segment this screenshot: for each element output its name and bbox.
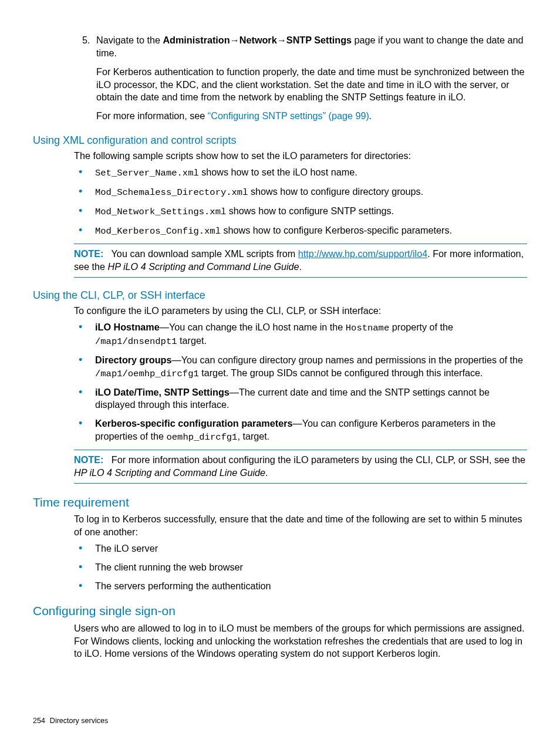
list-item: Set_Server_Name.xml shows how to set the…: [95, 166, 527, 180]
code: oemhp_dircfg1: [166, 432, 237, 443]
code: Mod_Schemaless_Directory.xml: [95, 187, 248, 198]
heading-xml-scripts: Using XML configuration and control scri…: [33, 133, 527, 147]
heading-time-requirement: Time requirement: [33, 494, 527, 511]
term: Directory groups: [95, 355, 171, 365]
list-item: Kerberos-specific configuration paramete…: [95, 417, 527, 444]
page-number: 254: [33, 717, 45, 725]
term: iLO Hostname: [95, 322, 160, 332]
text: —You can configure directory group names…: [171, 355, 523, 365]
xref-sntp[interactable]: “Configuring SNTP settings” (page 99): [208, 110, 369, 121]
code: Mod_Kerberos_Config.xml: [95, 226, 221, 237]
text: target. The group SIDs cannot be configu…: [199, 367, 483, 378]
code: /map1/dnsendpt1: [95, 336, 177, 347]
list-item: Mod_Network_Settings.xml shows how to co…: [95, 205, 527, 218]
note-cli: NOTE: For more information about configu…: [74, 450, 527, 484]
list-item: Directory groups—You can configure direc…: [95, 354, 527, 380]
step5-line1: Navigate to the Administration→Network→S…: [96, 34, 527, 60]
text: Navigate to the: [96, 35, 163, 45]
xml-script-list: Set_Server_Name.xml shows how to set the…: [33, 166, 527, 238]
text: property of the: [389, 322, 453, 332]
list-item: The iLO server: [95, 542, 527, 555]
step5-para2: For Kerberos authentication to function …: [96, 66, 527, 104]
doc-title: HP iLO 4 Scripting and Command Line Guid…: [108, 261, 299, 272]
note-label: NOTE:: [74, 454, 103, 465]
text: For more information, see: [96, 110, 208, 121]
heading-sso: Configuring single sign-on: [33, 603, 527, 619]
text: shows how to configure Kerberos-specific…: [221, 225, 452, 235]
text: .: [299, 261, 302, 272]
code: Set_Server_Name.xml: [95, 168, 199, 178]
time-list: The iLO server The client running the we…: [33, 542, 527, 593]
heading-cli: Using the CLI, CLP, or SSH interface: [33, 288, 527, 302]
footer-section: Directory services: [50, 717, 108, 725]
text: You can download sample XML scripts from: [112, 248, 298, 259]
nav-network: Network: [239, 35, 277, 45]
note-xml: NOTE: You can download sample XML script…: [74, 244, 527, 278]
note-label: NOTE:: [74, 248, 103, 259]
list-item: Mod_Schemaless_Directory.xml shows how t…: [95, 185, 527, 199]
list-item: Mod_Kerberos_Config.xml shows how to con…: [95, 224, 527, 238]
text: shows how to set the iLO host name.: [199, 167, 357, 177]
text: For more information about configuring t…: [112, 454, 525, 465]
list-item: The servers performing the authenticatio…: [95, 580, 527, 593]
cli-intro: To configure the iLO parameters by using…: [74, 305, 527, 318]
term: Kerberos-specific configuration paramete…: [95, 418, 292, 428]
text: .: [265, 467, 268, 478]
list-item: iLO Date/Time, SNTP Settings—The current…: [95, 386, 527, 412]
sso-body: Users who are allowed to log in to iLO m…: [74, 622, 527, 661]
nav-sntp: SNTP Settings: [286, 35, 352, 45]
text: target.: [177, 335, 207, 346]
step-5: 5. Navigate to the Administration→Networ…: [96, 34, 527, 123]
text: , target.: [237, 431, 269, 441]
arrow-icon: →: [277, 35, 286, 45]
text: .: [369, 110, 372, 121]
cli-list: iLO Hostname—You can change the iLO host…: [33, 321, 527, 444]
term: iLO Date/Time, SNTP Settings: [95, 387, 230, 397]
text: shows how to configure directory groups.: [248, 186, 423, 197]
page-footer: 254Directory services: [33, 716, 108, 726]
step5-para3: For more information, see “Configuring S…: [96, 110, 527, 123]
nav-admin: Administration: [163, 35, 230, 45]
list-item: The client running the web browser: [95, 561, 527, 574]
code: Hostname: [346, 323, 389, 333]
xml-intro: The following sample scripts show how to…: [74, 150, 527, 163]
step-number: 5.: [82, 34, 90, 47]
arrow-icon: →: [230, 35, 239, 45]
code: /map1/oemhp_dircfg1: [95, 369, 199, 379]
code: Mod_Network_Settings.xml: [95, 207, 226, 217]
doc-title: HP iLO 4 Scripting and Command Line Guid…: [74, 467, 265, 478]
text: shows how to configure SNTP settings.: [226, 205, 394, 216]
text: —You can change the iLO host name in the: [160, 322, 346, 332]
link-hp-support[interactable]: http://www.hp.com/support/ilo4: [298, 248, 427, 259]
time-intro: To log in to Kerberos successfully, ensu…: [74, 513, 527, 539]
list-item: iLO Hostname—You can change the iLO host…: [95, 321, 527, 348]
